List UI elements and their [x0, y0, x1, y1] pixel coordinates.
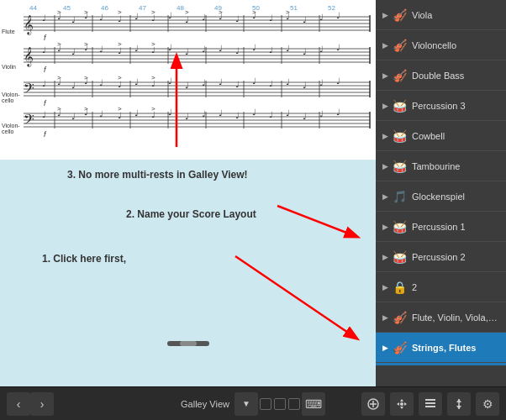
instrument-name-percussion-1: Percussion 1: [412, 222, 499, 232]
score-notation: 44 45 46 47 48 49 50 51 52 Flute 𝄞 ♩ ♩ ♩…: [0, 0, 376, 160]
svg-text:♩: ♩: [185, 47, 189, 56]
score-area: 44 45 46 47 48 49 50 51 52 Flute 𝄞 ♩ ♩ ♩…: [0, 0, 376, 386]
instrument-item-flute-violin[interactable]: ▶ 🎻 Flute, Violin, Viola, Vio: [376, 302, 506, 333]
scroll-thumb[interactable]: [180, 341, 197, 346]
instrument-icon-glockenspiel: 🎵: [392, 189, 407, 204]
svg-text:44: 44: [29, 4, 37, 12]
svg-text:>: >: [151, 8, 155, 16]
svg-text:♩: ♩: [286, 108, 290, 118]
instrument-item-viola[interactable]: ▶ 🎻 Viola: [376, 0, 506, 30]
nav-left-button[interactable]: ‹: [7, 392, 30, 416]
svg-text:♩: ♩: [185, 112, 189, 121]
svg-text:𝄢: 𝄢: [24, 112, 34, 130]
svg-text:>: >: [118, 74, 122, 81]
instrument-name-tambourine: Tambourine: [412, 161, 499, 171]
instrument-item-percussion-3[interactable]: ▶ 🥁 Percussion 3: [376, 91, 506, 121]
svg-point-185: [400, 402, 403, 406]
svg-text:♩: ♩: [168, 76, 172, 86]
svg-marker-188: [397, 402, 399, 406]
svg-text:♩: ♩: [71, 112, 76, 121]
layout-icon: [424, 398, 436, 410]
dot-1: [260, 398, 271, 410]
svg-text:52: 52: [328, 4, 335, 12]
settings-button[interactable]: ⚙: [476, 392, 499, 416]
svg-text:>: >: [57, 8, 61, 16]
svg-line-181: [235, 256, 353, 336]
instrument-icon-flute-violin: 🎻: [392, 310, 407, 325]
svg-rect-192: [425, 406, 435, 407]
instrument-item-tambourine[interactable]: ▶ 🥁 Tambourine: [376, 151, 506, 181]
arrows-svg: [0, 160, 376, 386]
selection-indicator: [376, 363, 506, 365]
chevron-icon: ▶: [382, 71, 388, 80]
instrument-name-flute-violin: Flute, Violin, Viola, Vio: [412, 312, 499, 323]
svg-text:♩: ♩: [303, 15, 307, 24]
add-button[interactable]: [361, 392, 385, 416]
svg-text:𝄞: 𝄞: [24, 47, 34, 67]
svg-text:♩: ♩: [336, 11, 340, 20]
chevron-icon: ▶: [382, 313, 388, 322]
svg-text:♩: ♩: [286, 77, 290, 87]
svg-text:♩: ♩: [99, 13, 103, 22]
svg-text:♩: ♩: [185, 15, 189, 24]
instrument-item-glockenspiel[interactable]: ▶ 🎵 Glockenspiel: [376, 181, 506, 212]
svg-text:♩: ♩: [134, 44, 139, 53]
instrument-item-strings-flutes[interactable]: ▶ 🎻 Strings, Flutes: [376, 333, 506, 363]
svg-text:>: >: [84, 74, 88, 81]
svg-text:♩: ♩: [42, 13, 46, 23]
svg-text:♩: ♩: [202, 109, 206, 118]
svg-marker-186: [400, 399, 403, 402]
arrow-icon: [453, 398, 465, 410]
instrument-item-layout-2[interactable]: ▶ 🔒 2: [376, 272, 506, 302]
instrument-item-percussion-1[interactable]: ▶ 🥁 Percussion 1: [376, 212, 506, 242]
svg-text:♩: ♩: [202, 13, 206, 22]
arrow-button[interactable]: [447, 392, 471, 416]
instrument-icon-tambourine: 🥁: [392, 159, 407, 174]
move-icon: [396, 398, 408, 410]
chevron-icon: ▶: [382, 132, 388, 140]
svg-text:♩: ♩: [99, 45, 103, 54]
instrument-item-percussion-2[interactable]: ▶ 🥁 Percussion 2: [376, 242, 506, 272]
instrument-panel: ▶ 🎻 Viola ▶ 🎻 Violoncello ▶ 🎻 Double Bas…: [376, 0, 506, 386]
svg-text:Violon-: Violon-: [2, 123, 20, 129]
svg-text:>: >: [151, 105, 155, 113]
move-button[interactable]: [390, 392, 414, 416]
svg-text:♩: ♩: [269, 110, 273, 119]
svg-text:♩: ♩: [42, 79, 46, 88]
svg-text:♩: ♩: [42, 45, 46, 55]
nav-right-button[interactable]: ›: [30, 392, 54, 416]
instrument-name-glockenspiel: Glockenspiel: [412, 192, 499, 202]
svg-rect-191: [425, 402, 435, 404]
svg-text:♩: ♩: [168, 11, 172, 20]
instrument-icon-strings-flutes: 🎻: [392, 340, 407, 355]
svg-text:♩: ♩: [219, 108, 223, 118]
instrument-icon-violoncello: 🎻: [392, 38, 407, 53]
svg-text:♩: ♩: [134, 108, 139, 118]
svg-text:>: >: [57, 74, 61, 81]
chevron-icon: ▶: [382, 41, 388, 50]
svg-text:cello: cello: [2, 129, 14, 134]
svg-text:♩: ♩: [336, 76, 340, 86]
svg-text:♩: ♩: [269, 79, 273, 88]
instrument-name-viola: Viola: [412, 10, 499, 20]
instrument-name-percussion-2: Percussion 2: [412, 252, 499, 262]
instrument-item-double-bass[interactable]: ▶ 🎻 Double Bass: [376, 60, 506, 91]
instrument-item-violoncello[interactable]: ▶ 🎻 Violoncello: [376, 30, 506, 60]
view-dropdown-button[interactable]: ▼: [235, 392, 258, 416]
chevron-icon: ▶: [382, 283, 388, 291]
svg-text:>: >: [57, 40, 61, 48]
svg-text:>: >: [84, 105, 88, 113]
svg-line-180: [277, 206, 353, 235]
instrument-item-cowbell[interactable]: ▶ 🥁 Cowbell: [376, 121, 506, 151]
keyboard-button[interactable]: ⌨: [302, 392, 325, 416]
svg-text:>: >: [286, 8, 290, 16]
instrument-icon-percussion-3: 🥁: [392, 98, 407, 113]
svg-text:♩: ♩: [319, 45, 324, 54]
svg-text:>: >: [84, 8, 88, 16]
svg-text:♩: ♩: [42, 110, 46, 119]
layout-button[interactable]: [419, 392, 442, 416]
scroll-indicator[interactable]: [167, 341, 209, 346]
svg-text:>: >: [252, 8, 256, 16]
svg-text:♩: ♩: [303, 112, 307, 121]
annotation-1-text: 1. Click here first,: [42, 250, 126, 265]
